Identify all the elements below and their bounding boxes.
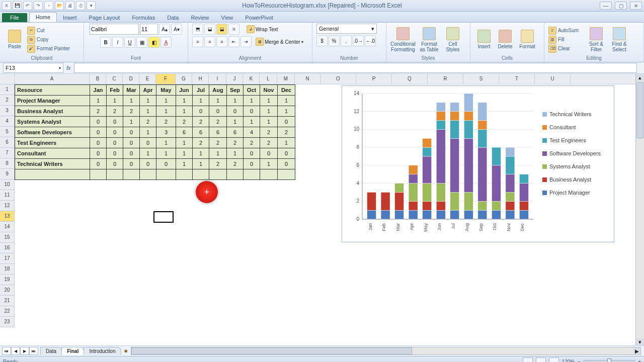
sheet-nav-first[interactable]: ⏮ bbox=[2, 347, 11, 355]
table-header[interactable]: Aug bbox=[209, 85, 227, 96]
value-cell[interactable]: 0 bbox=[244, 148, 260, 159]
sheet-tab-final[interactable]: Final bbox=[61, 347, 84, 355]
value-cell[interactable]: 0 bbox=[123, 138, 140, 148]
minimize-button[interactable]: — bbox=[600, 2, 612, 10]
row-header-1[interactable]: 1 bbox=[0, 84, 14, 95]
resource-name-cell[interactable]: Consultant bbox=[15, 148, 90, 159]
formula-input[interactable] bbox=[74, 63, 637, 73]
table-header[interactable]: Jul bbox=[193, 85, 209, 96]
value-cell[interactable]: 2 bbox=[227, 159, 244, 169]
value-cell[interactable]: 1 bbox=[140, 96, 156, 106]
col-header-H[interactable]: H bbox=[192, 74, 209, 84]
col-header-P[interactable]: P bbox=[356, 74, 392, 84]
table-header[interactable]: Feb bbox=[107, 85, 123, 96]
value-cell[interactable]: 1 bbox=[193, 148, 209, 159]
row-header-16[interactable]: 16 bbox=[0, 243, 14, 253]
currency-button[interactable]: $ bbox=[316, 35, 328, 46]
value-cell[interactable]: 2 bbox=[260, 127, 278, 138]
horizontal-scrollbar[interactable]: ◀ ▶ bbox=[131, 347, 641, 355]
row-header-5[interactable]: 5 bbox=[0, 127, 14, 137]
value-cell[interactable]: 6 bbox=[176, 127, 193, 138]
col-header-R[interactable]: R bbox=[428, 74, 463, 84]
value-cell[interactable]: 0 bbox=[107, 159, 123, 169]
sort-filter-button[interactable]: Sort & Filter bbox=[586, 25, 607, 54]
resource-chart[interactable]: 02468101214JanFebMarAprMayJunJulAugSepOc… bbox=[342, 85, 614, 242]
value-cell[interactable]: 1 bbox=[227, 148, 244, 159]
value-cell[interactable]: 1 bbox=[140, 127, 156, 138]
col-header-D[interactable]: D bbox=[123, 74, 139, 84]
row-header-21[interactable]: 21 bbox=[0, 296, 14, 306]
font-color-button[interactable]: A bbox=[160, 37, 172, 48]
border-button[interactable]: ▦ bbox=[136, 37, 147, 48]
row-header-9[interactable]: 9 bbox=[0, 169, 14, 179]
scroll-down-icon[interactable]: ▾ bbox=[636, 338, 644, 345]
save-icon[interactable]: 💾 bbox=[13, 1, 22, 10]
sheet-nav-last[interactable]: ⏭ bbox=[29, 347, 38, 355]
quick-print-icon[interactable]: ⎙ bbox=[76, 1, 85, 10]
find-select-button[interactable]: Find & Select bbox=[609, 25, 630, 54]
value-cell[interactable]: 0 bbox=[123, 127, 140, 138]
value-cell[interactable]: 1 bbox=[227, 117, 244, 127]
close-button[interactable]: ✕ bbox=[630, 2, 642, 10]
format-painter-button[interactable]: 🖌Format Painter bbox=[27, 45, 70, 53]
comma-button[interactable]: , bbox=[341, 35, 352, 46]
table-header[interactable]: Dec bbox=[278, 85, 295, 96]
value-cell[interactable]: 0 bbox=[278, 117, 295, 127]
value-cell[interactable]: 1 bbox=[140, 106, 156, 117]
resource-name-cell[interactable]: Business Analyst bbox=[15, 106, 90, 117]
tab-view[interactable]: View bbox=[215, 13, 239, 22]
value-cell[interactable]: 0 bbox=[156, 159, 176, 169]
value-cell[interactable]: 2 bbox=[227, 138, 244, 148]
value-cell[interactable]: 2 bbox=[107, 106, 123, 117]
value-cell[interactable]: 4 bbox=[244, 127, 260, 138]
resource-name-cell[interactable]: Project Manager bbox=[15, 96, 90, 106]
value-cell[interactable]: 2 bbox=[209, 159, 227, 169]
underline-button[interactable]: U bbox=[124, 37, 135, 48]
table-header[interactable]: Jan bbox=[90, 85, 107, 96]
sheet-nav-prev[interactable]: ◀ bbox=[11, 347, 20, 355]
row-header-18[interactable]: 18 bbox=[0, 264, 14, 275]
insert-cells-button[interactable]: Insert bbox=[474, 25, 494, 54]
tab-review[interactable]: Review bbox=[185, 13, 215, 22]
value-cell[interactable]: 1 bbox=[123, 96, 140, 106]
col-header-Q[interactable]: Q bbox=[392, 74, 428, 84]
value-cell[interactable]: 1 bbox=[156, 106, 176, 117]
col-header-S[interactable]: S bbox=[463, 74, 499, 84]
tab-home[interactable]: Home bbox=[29, 12, 57, 22]
value-cell[interactable]: 1 bbox=[140, 148, 156, 159]
value-cell[interactable]: 6 bbox=[227, 127, 244, 138]
value-cell[interactable]: 0 bbox=[140, 159, 156, 169]
value-cell[interactable]: 1 bbox=[176, 96, 193, 106]
maximize-button[interactable]: ▢ bbox=[615, 2, 627, 10]
value-cell[interactable]: 1 bbox=[156, 96, 176, 106]
value-cell[interactable]: 1 bbox=[209, 148, 227, 159]
hscroll-thumb[interactable] bbox=[131, 347, 413, 354]
select-all-corner[interactable] bbox=[0, 74, 15, 84]
value-cell[interactable]: 2 bbox=[193, 138, 209, 148]
value-cell[interactable]: 2 bbox=[193, 117, 209, 127]
value-cell[interactable]: 2 bbox=[123, 106, 140, 117]
paste-button[interactable]: Paste bbox=[4, 25, 25, 54]
percent-button[interactable]: % bbox=[329, 35, 340, 46]
sheet-nav-next[interactable]: ▶ bbox=[20, 347, 29, 355]
table-header[interactable]: Mar bbox=[123, 85, 140, 96]
redo-icon[interactable]: ↷ bbox=[34, 1, 43, 10]
merge-center-button[interactable]: Merge & Center bbox=[265, 39, 300, 45]
value-cell[interactable]: 2 bbox=[209, 138, 227, 148]
decrease-decimal-button[interactable]: ←.0 bbox=[365, 35, 376, 46]
value-cell[interactable]: 2 bbox=[278, 127, 295, 138]
zoom-level[interactable]: 120% bbox=[562, 359, 575, 363]
value-cell[interactable]: 0 bbox=[140, 138, 156, 148]
value-cell[interactable]: 0 bbox=[107, 148, 123, 159]
tab-powerpivot[interactable]: PowerPivot bbox=[239, 13, 279, 22]
tab-file[interactable]: File bbox=[2, 13, 27, 22]
qat-dropdown-icon[interactable]: ▾ bbox=[87, 1, 96, 10]
value-cell[interactable]: 1 bbox=[156, 138, 176, 148]
fill-color-button[interactable]: ◧ bbox=[148, 37, 159, 48]
col-header-N[interactable]: N bbox=[295, 74, 320, 84]
row-header-20[interactable]: 20 bbox=[0, 285, 14, 296]
align-left-button[interactable]: ≡ bbox=[192, 36, 203, 47]
value-cell[interactable]: 0 bbox=[227, 106, 244, 117]
value-cell[interactable]: 0 bbox=[123, 148, 140, 159]
value-cell[interactable]: 1 bbox=[227, 96, 244, 106]
